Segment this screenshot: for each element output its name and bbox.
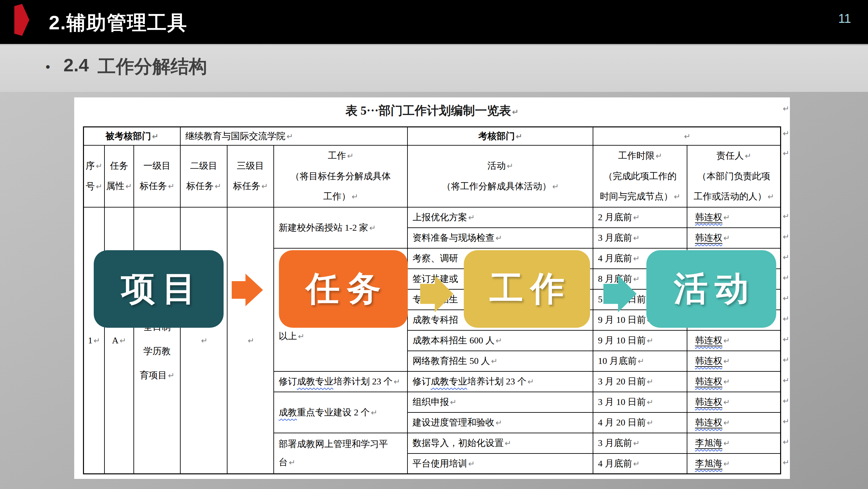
- assessed-dept-value: 继续教育与国际交流学院↵: [180, 127, 407, 145]
- paragraph-mark: ↵: [783, 397, 789, 406]
- paragraph-mark: ↵: [96, 162, 102, 171]
- paragraph-mark: ↵: [168, 182, 175, 191]
- col-header-work: 工作↵ （将目标任务分解成具体 工作）↵: [274, 145, 407, 207]
- activity-cell: 上报优化方案↵: [407, 207, 593, 228]
- table-row: 被考核部门↵ 继续教育与国际交流学院↵ 考核部门↵ ↵: [84, 127, 781, 145]
- paragraph-mark: ↵: [369, 224, 376, 233]
- owner-cell: 韩连权↵: [687, 330, 780, 351]
- paragraph-mark: ↵: [783, 294, 789, 303]
- activity-cell: 网络教育招生 50 人↵: [407, 351, 593, 371]
- paragraph-mark: ↵: [674, 192, 680, 201]
- slide-title: 2.辅助管理工具: [49, 0, 187, 44]
- table-row: 1↵ A↵ 全日制 学历教 育项目↵ ↵ ↵ 新建校外函授站 1-2 家↵ 上报…: [84, 207, 781, 228]
- paragraph-mark: ↵: [450, 398, 456, 407]
- assessor-dept-label: 考核部门↵: [407, 127, 593, 145]
- paragraph-mark: ↵: [684, 132, 691, 141]
- paragraph-mark: ↵: [783, 335, 789, 344]
- wbs-box-work-label: 工作: [490, 266, 571, 312]
- page-number: 11: [838, 12, 851, 26]
- work-cell: 部署成教网上管理和学习平台↵: [274, 433, 407, 474]
- wbs-box-activity: 活动: [646, 250, 776, 328]
- activity-cell: 组织申报↵: [407, 392, 593, 412]
- owner-cell: 韩连权↵: [687, 228, 780, 248]
- col-header-deadline: 工作时限↵ （完成此项工作的 时间与完成节点）↵: [593, 145, 687, 207]
- deadline-cell: 3 月底前↵: [593, 433, 687, 454]
- paragraph-mark: ↵: [783, 314, 789, 323]
- deadline-cell: 4 月 20 日前↵: [593, 412, 687, 433]
- col-header-goal1: 一级目 标任务↵: [134, 145, 181, 207]
- paragraph-mark: ↵: [783, 232, 789, 241]
- paragraph-mark: ↵: [723, 213, 730, 222]
- wbs-box-work: 工作: [464, 250, 590, 328]
- paragraph-mark: ↵: [633, 459, 640, 468]
- paragraph-mark: ↵: [783, 417, 789, 426]
- owner-cell: 韩连权↵: [687, 371, 780, 392]
- paragraph-mark: ↵: [248, 336, 254, 345]
- owner-cell: 李旭海↵: [687, 433, 780, 454]
- activity-cell: 平台使用培训↵: [407, 454, 593, 474]
- section-band: • 2.4 工作分解结构: [0, 45, 868, 92]
- paragraph-mark: ↵: [723, 377, 730, 386]
- deadline-cell: 3 月底前↵: [593, 228, 687, 248]
- col-header-attr: 任务 属性↵: [104, 145, 134, 207]
- paragraph-mark: ↵: [723, 439, 730, 448]
- paragraph-mark: ↵: [647, 398, 653, 407]
- activity-cell: 修订成教专业培养计划 23 个↵: [407, 371, 593, 392]
- wbs-box-task: 任务: [279, 250, 408, 328]
- col-header-seq: 序↵ 号↵: [84, 145, 104, 207]
- paragraph-mark: ↵: [783, 212, 789, 221]
- paragraph-mark: ↵: [723, 459, 730, 468]
- paragraph-mark: ↵: [647, 418, 653, 427]
- table-header-row: 序↵ 号↵ 任务 属性↵ 一级目 标任务↵ 二级目 标任务↵ 三级目 标任务: [84, 145, 781, 207]
- paragraph-mark: ↵: [723, 336, 730, 345]
- paragraph-mark: ↵: [93, 336, 100, 345]
- deadline-cell: 3 月 20 日前↵: [593, 371, 687, 392]
- work-cell: 成教重点专业建设 2 个↵: [274, 392, 407, 433]
- paragraph-mark: ↵: [286, 132, 293, 141]
- assessed-dept-label: 被考核部门↵: [84, 127, 181, 145]
- goal1-cell: 全日制 学历教 育项目↵: [134, 207, 181, 474]
- wbs-box-project-label: 项目: [121, 266, 204, 312]
- paragraph-mark: ↵: [215, 182, 221, 191]
- paragraph-mark: ↵: [783, 376, 789, 385]
- paragraph-mark: ↵: [633, 234, 640, 243]
- paragraph-mark: ↵: [168, 371, 175, 380]
- paragraph-mark: ↵: [783, 253, 789, 262]
- deadline-cell: 10 月底前↵: [593, 351, 687, 371]
- paragraph-mark: ↵: [152, 132, 158, 141]
- paragraph-mark: ↵: [347, 151, 353, 161]
- paragraph-mark: ↵: [495, 234, 502, 243]
- empty-header-cell: ↵: [593, 127, 780, 145]
- table-title: 表 5···部门工作计划编制一览表↵: [83, 103, 781, 119]
- paragraph-mark: ↵: [783, 458, 789, 467]
- activity-cell: 成教本科招生 600 人↵: [407, 330, 593, 351]
- paragraph-mark: ↵: [351, 192, 358, 201]
- section-title: 工作分解结构: [98, 54, 207, 79]
- paragraph-mark: ↵: [647, 336, 653, 345]
- red-flag-icon: [14, 4, 29, 36]
- wbs-box-activity-label: 活动: [674, 266, 756, 312]
- seq-cell: 1↵: [84, 207, 104, 474]
- section-number: 2.4: [63, 54, 89, 76]
- col-header-goal2: 二级目 标任务↵: [180, 145, 227, 207]
- goal3-cell: ↵: [227, 207, 274, 474]
- paragraph-mark: ↵: [371, 408, 377, 417]
- slide-title-bar: 2.辅助管理工具 11: [0, 0, 868, 44]
- paragraph-mark: ↵: [495, 336, 502, 345]
- paragraph-mark: ↵: [783, 129, 789, 138]
- paragraph-mark: ↵: [394, 377, 400, 386]
- paragraph-mark: ↵: [638, 357, 644, 366]
- paragraph-mark: ↵: [655, 151, 662, 161]
- col-header-goal3: 三级目 标任务↵: [227, 145, 274, 207]
- activity-cell: 数据导入，初始化设置↵: [407, 433, 593, 454]
- paragraph-mark: ↵: [768, 192, 774, 201]
- paragraph-mark: ↵: [468, 213, 474, 222]
- paragraph-mark: ↵: [527, 377, 534, 386]
- activity-cell: 建设进度管理和验收↵: [407, 412, 593, 433]
- paragraph-mark: ↵: [633, 275, 640, 284]
- paragraph-mark: ↵: [633, 254, 640, 263]
- paragraph-mark: ↵: [783, 149, 789, 158]
- paragraph-mark: ↵: [512, 108, 519, 117]
- wbs-box-project: 项目: [94, 250, 224, 328]
- paragraph-mark: ↵: [468, 459, 474, 468]
